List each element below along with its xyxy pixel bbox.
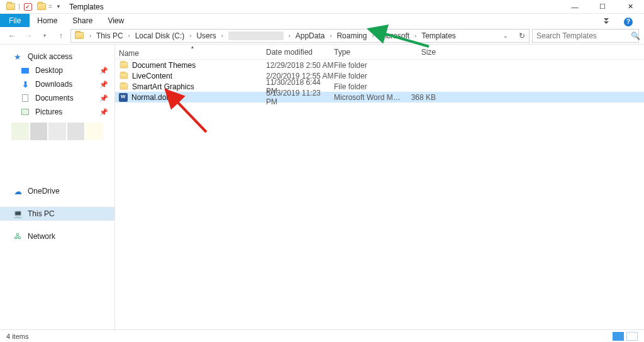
sidebar-onedrive[interactable]: ☁ OneDrive [0, 184, 114, 198]
sidebar-desktop[interactable]: Desktop 📌 [0, 63, 114, 77]
crumb-appdata[interactable]: AppData [292, 30, 328, 42]
crumb-microsoft[interactable]: Microsoft [375, 30, 413, 42]
sort-indicator-icon: ▲ [119, 45, 266, 49]
col-type[interactable]: Type [334, 48, 402, 57]
chevron-right-icon[interactable]: › [413, 30, 418, 42]
file-date: 5/13/2019 11:23 PM [266, 89, 334, 106]
quick-access-toolbar: | ✓ = ▼ [0, 3, 65, 11]
pin-icon: 📌 [99, 80, 108, 89]
back-button[interactable]: ← [5, 29, 19, 43]
folder-icon[interactable] [4, 3, 18, 10]
chevron-right-icon[interactable]: › [187, 30, 193, 42]
file-name: SmartArt Graphics [132, 82, 194, 91]
forward-button[interactable]: → [21, 29, 35, 43]
onedrive-icon: ☁ [14, 187, 22, 196]
pin-icon: 📌 [99, 108, 108, 116]
status-bar: 4 items [0, 329, 644, 342]
file-row[interactable]: Document Themes12/29/2018 2:50 AMFile fo… [115, 60, 644, 70]
thumbnail[interactable] [67, 123, 85, 140]
sidebar-network[interactable]: 🖧 Network [0, 229, 114, 243]
tab-share[interactable]: Share [65, 14, 100, 27]
file-type: File folder [334, 61, 402, 70]
file-row[interactable]: LiveContent2/20/2019 12:55 AMFile folder [115, 70, 644, 81]
chevron-right-icon[interactable]: › [219, 30, 225, 42]
minimize-button[interactable]: — [561, 0, 589, 14]
address-bar[interactable]: › This PC › Local Disk (C:) › Users › › … [70, 29, 530, 43]
file-list-pane: ▲ Name Date modified Type Size Document … [115, 45, 644, 329]
tab-view[interactable]: View [100, 14, 131, 27]
address-dropdown-icon[interactable]: ⌄ [503, 33, 508, 39]
col-name-label: Name [119, 49, 139, 58]
crumb-user-redacted[interactable] [225, 30, 287, 42]
folder-icon [119, 61, 128, 69]
pc-icon: 💻 [13, 209, 23, 218]
properties-icon[interactable]: ✓ [21, 3, 35, 11]
qa-dropdown-icon[interactable]: ▼ [52, 4, 65, 9]
sidebar-item-label: Downloads [35, 80, 72, 89]
open-folder-icon[interactable] [35, 3, 48, 10]
ribbon-collapse-icon[interactable] [592, 14, 620, 28]
chevron-right-icon[interactable]: › [328, 30, 333, 42]
desktop-icon [21, 68, 29, 74]
sidebar-pictures[interactable]: Pictures 📌 [0, 105, 114, 119]
ribbon-tabs: File Home Share View ? [0, 14, 644, 27]
crumb-templates[interactable]: Templates [418, 30, 459, 42]
sidebar-documents[interactable]: Documents 📌 [0, 91, 114, 105]
file-row[interactable]: Normal.dotm5/13/2019 11:23 PMMicrosoft W… [115, 92, 644, 102]
tab-home[interactable]: Home [30, 14, 65, 27]
pictures-icon [21, 109, 29, 115]
sidebar-downloads[interactable]: ⬇ Downloads 📌 [0, 77, 114, 91]
thumbnail[interactable] [86, 123, 103, 140]
crumb-this-pc[interactable]: This PC [93, 30, 126, 42]
navigation-pane: ★ Quick access Desktop 📌 ⬇ Downloads 📌 D… [0, 45, 115, 329]
file-type: File folder [334, 72, 402, 80]
maximize-button[interactable]: ☐ [589, 0, 616, 14]
file-row[interactable]: SmartArt Graphics11/30/2018 6:44 PMFile … [115, 81, 644, 92]
refresh-icon[interactable]: ↻ [519, 31, 525, 40]
view-large-icons-button[interactable] [626, 332, 638, 341]
thumbnail[interactable] [11, 123, 29, 140]
thumbnail[interactable] [48, 123, 66, 140]
file-type: File folder [334, 82, 402, 91]
help-icon[interactable]: ? [624, 18, 633, 26]
column-headers: ▲ Name Date modified Type Size [115, 45, 644, 60]
file-date: 12/29/2018 2:50 AM [266, 61, 334, 70]
documents-icon [22, 94, 28, 102]
col-size[interactable]: Size [402, 48, 441, 57]
search-icon[interactable]: 🔍 [631, 31, 640, 40]
sidebar-item-label: Network [28, 232, 55, 241]
tab-file[interactable]: File [0, 14, 30, 27]
chevron-right-icon[interactable]: › [126, 30, 132, 42]
crumb-roaming[interactable]: Roaming [333, 30, 370, 42]
sidebar-item-label: This PC [28, 209, 55, 218]
up-button[interactable]: ↑ [54, 29, 68, 43]
file-size: 368 KB [402, 93, 441, 102]
close-button[interactable]: ✕ [616, 0, 644, 14]
view-details-button[interactable] [613, 332, 624, 341]
sidebar-item-label: Documents [35, 94, 74, 102]
window-title: Templates [69, 3, 104, 11]
sidebar-item-label: Desktop [35, 66, 63, 75]
crumb-users[interactable]: Users [193, 30, 219, 42]
sidebar-item-label: Quick access [28, 52, 72, 61]
folder-icon [119, 72, 128, 80]
address-folder-icon[interactable] [71, 30, 87, 42]
thumbnail[interactable] [30, 123, 48, 140]
sidebar-this-pc[interactable]: 💻 This PC [0, 207, 114, 221]
col-name[interactable]: ▲ Name [119, 46, 266, 58]
star-icon: ★ [14, 52, 21, 62]
navigation-bar: ← → ▾ ↑ › This PC › Local Disk (C:) › Us… [0, 27, 644, 45]
search-box[interactable]: 🔍 [532, 29, 639, 43]
col-date[interactable]: Date modified [266, 48, 334, 57]
crumb-local-disk[interactable]: Local Disk (C:) [132, 30, 188, 42]
recent-locations-icon[interactable]: ▾ [38, 29, 52, 43]
chevron-right-icon[interactable]: › [370, 30, 375, 42]
chevron-right-icon[interactable]: › [287, 30, 292, 42]
chevron-right-icon[interactable]: › [87, 30, 93, 42]
sidebar-quick-access[interactable]: ★ Quick access [0, 50, 114, 63]
file-name: LiveContent [132, 72, 172, 80]
file-type: Microsoft Word Macr... [334, 93, 402, 102]
downloads-icon: ⬇ [22, 80, 29, 89]
sidebar-item-label: Pictures [35, 108, 62, 116]
search-input[interactable] [536, 31, 631, 40]
